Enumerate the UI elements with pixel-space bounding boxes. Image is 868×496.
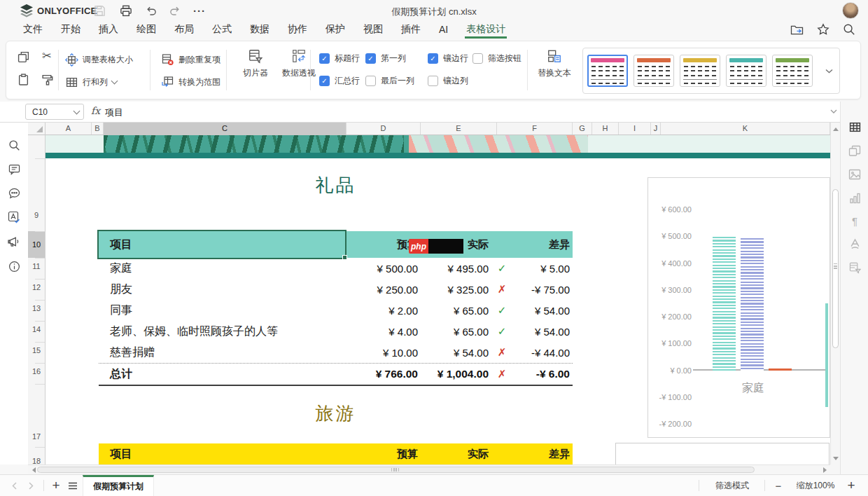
menu-tab-视图[interactable]: 视图 <box>362 22 384 39</box>
chart-settings-icon[interactable] <box>848 191 862 205</box>
spellcheck-icon[interactable] <box>8 211 20 223</box>
formula-input[interactable]: 项目 <box>105 106 123 119</box>
difference-cell[interactable]: ¥ 54.00 <box>512 326 573 338</box>
budget-cell[interactable]: ¥ 250.00 <box>348 284 421 296</box>
column-header-D[interactable]: D <box>346 123 421 135</box>
menu-tab-保护[interactable]: 保护 <box>324 22 346 39</box>
zoom-level[interactable]: 缩放100% <box>791 475 840 496</box>
info-icon[interactable] <box>8 260 20 273</box>
option-筛选按钮[interactable]: 筛选按钮 <box>472 53 522 64</box>
chart-bar-实际[interactable] <box>741 238 764 371</box>
favorite-star-icon[interactable] <box>817 23 830 36</box>
row-header-15[interactable]: 15 <box>28 346 45 354</box>
menu-tab-数据[interactable]: 数据 <box>248 22 271 39</box>
undo-icon[interactable] <box>144 4 159 17</box>
vertical-scroll-thumb[interactable] <box>832 189 839 348</box>
column-header-E[interactable]: E <box>421 123 497 135</box>
add-sheet-icon[interactable]: + <box>48 475 64 496</box>
gallery-dropdown-icon[interactable] <box>822 69 835 74</box>
checkbox-icon[interactable]: ✓ <box>428 53 438 64</box>
actual-cell[interactable]: ¥ 325.00 <box>421 284 491 296</box>
namebox-dropdown-icon[interactable] <box>74 108 80 115</box>
table-style-option-4[interactable] <box>726 55 766 87</box>
chart-bar-预算[interactable] <box>713 237 736 371</box>
shape-settings-icon[interactable] <box>848 144 862 158</box>
option-标题行[interactable]: ✓标题行 <box>319 53 360 64</box>
actual-cell[interactable]: ¥ 495.00 <box>421 263 491 275</box>
comments-icon[interactable] <box>8 163 20 176</box>
second-chart-placeholder[interactable] <box>615 443 830 464</box>
actual-cell[interactable]: ¥ 65.00 <box>421 305 491 317</box>
difference-cell[interactable]: ¥ 5.00 <box>512 263 573 275</box>
budget-cell[interactable]: ¥ 500.00 <box>348 263 421 275</box>
chat-icon[interactable] <box>8 187 20 200</box>
row-header-12[interactable]: 12 <box>28 283 45 291</box>
search-icon[interactable] <box>843 23 855 36</box>
print-icon[interactable] <box>118 4 134 17</box>
budget-chart[interactable]: 家庭 ¥ 600.00¥ 500.00¥ 400.00¥ 300.00¥ 200… <box>648 177 830 438</box>
redo-icon[interactable] <box>167 4 183 17</box>
column-header-K[interactable]: K <box>661 123 830 135</box>
checkbox-icon[interactable] <box>365 76 376 86</box>
scroll-right-icon[interactable] <box>820 465 830 474</box>
table-style-option-5[interactable] <box>772 55 813 87</box>
worksheet-area[interactable]: 礼品 项目预算实际差异家庭¥ 500.00¥ 495.00✓¥ 5.00朋友¥ … <box>46 135 830 464</box>
option-镶边行[interactable]: ✓镶边行 <box>428 53 468 64</box>
vertical-scrollbar[interactable] <box>830 123 840 464</box>
difference-cell[interactable]: -¥ 75.00 <box>512 284 573 296</box>
text-art-settings-icon[interactable] <box>848 237 862 251</box>
menu-tab-布局[interactable]: 布局 <box>173 22 195 39</box>
fill-handle[interactable] <box>342 255 347 260</box>
row-header-14[interactable]: 14 <box>28 325 45 333</box>
option-最后一列[interactable]: 最后一列 <box>365 75 414 87</box>
paragraph-settings-icon[interactable]: ¶ <box>848 214 862 228</box>
column-header-A[interactable]: A <box>46 123 92 135</box>
zoom-out-icon[interactable]: − <box>770 475 787 496</box>
zoom-in-icon[interactable]: + <box>843 475 860 496</box>
checkbox-icon[interactable]: ✓ <box>319 76 330 86</box>
row-header-16[interactable]: 16 <box>28 367 45 376</box>
column-header-F[interactable]: F <box>497 123 573 135</box>
actual-header[interactable]: 实际 <box>421 448 491 461</box>
select-all-corner[interactable] <box>28 123 46 135</box>
row-header-18[interactable]: 18 <box>28 457 45 464</box>
actual-cell[interactable]: ¥ 1,004.00 <box>421 368 491 380</box>
table-style-option-1[interactable] <box>587 55 628 87</box>
difference-cell[interactable]: ¥ 54.00 <box>512 305 573 317</box>
sheet-nav-prev-icon[interactable] <box>7 475 21 496</box>
item-cell[interactable]: 慈善捐赠 <box>99 345 348 360</box>
row-header-13[interactable]: 13 <box>28 304 45 312</box>
search-icon[interactable] <box>8 139 20 151</box>
open-file-location-icon[interactable] <box>790 24 804 36</box>
menu-tab-公式[interactable]: 公式 <box>211 22 233 39</box>
item-header[interactable]: 项目 <box>99 447 348 462</box>
menu-tab-绘图[interactable]: 绘图 <box>135 22 158 39</box>
difference-cell[interactable]: 差异 <box>512 238 573 252</box>
item-cell[interactable]: 总计 <box>99 367 348 382</box>
checkbox-icon[interactable]: ✓ <box>319 53 330 64</box>
horizontal-scrollbar[interactable] <box>28 464 830 474</box>
feedback-icon[interactable] <box>8 235 20 248</box>
replace-text-button[interactable]: 替换文本 <box>533 48 576 79</box>
budget-cell[interactable]: ¥ 10.00 <box>348 347 421 359</box>
option-镶边列[interactable]: 镶边列 <box>428 75 468 87</box>
item-cell[interactable]: 老师、保姆、临时照顾孩子的人等 <box>99 324 348 339</box>
option-汇总行[interactable]: ✓汇总行 <box>319 75 360 87</box>
column-header-C[interactable]: C <box>104 123 346 135</box>
filter-mode-button[interactable]: 筛选模式 <box>706 475 759 496</box>
column-header-J[interactable]: J <box>651 123 661 135</box>
column-header-B[interactable]: B <box>92 123 104 135</box>
menu-tab-文件[interactable]: 文件 <box>22 22 44 39</box>
checkbox-icon[interactable] <box>428 76 438 86</box>
difference-header[interactable]: 差异 <box>512 448 573 461</box>
row-header-11[interactable]: 11 <box>28 262 45 270</box>
travel-table-header[interactable]: 项目预算实际差异 <box>99 443 573 464</box>
column-header-I[interactable]: I <box>619 123 651 135</box>
table-settings-icon[interactable] <box>848 120 862 134</box>
user-avatar[interactable] <box>842 2 859 19</box>
slicer-settings-icon[interactable] <box>848 261 862 275</box>
more-actions-icon[interactable]: ··· <box>192 4 207 17</box>
save-icon[interactable] <box>92 4 107 17</box>
difference-cell[interactable]: -¥ 6.00 <box>512 368 573 380</box>
checkbox-icon[interactable]: ✓ <box>365 53 376 64</box>
